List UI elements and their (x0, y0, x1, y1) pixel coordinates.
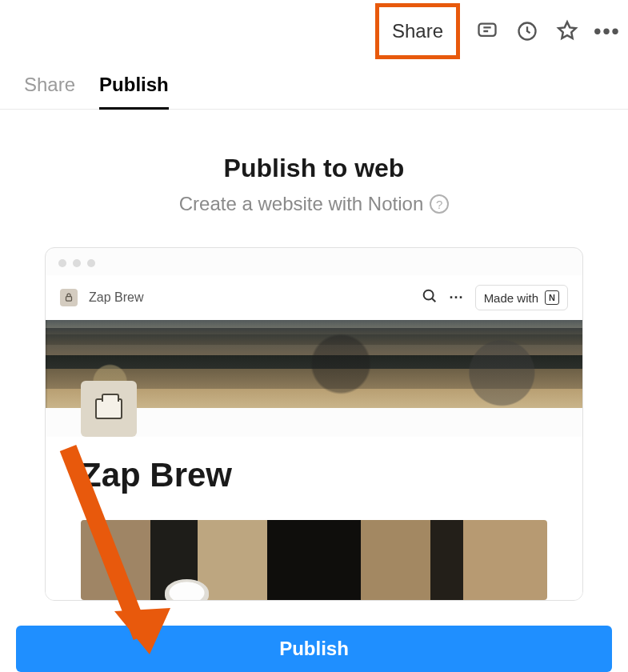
page-hero-image (81, 520, 547, 600)
share-button[interactable]: Share (375, 3, 460, 59)
topbar: Share ••• (0, 0, 628, 62)
preview-page-title: Zap Brew (89, 290, 410, 305)
page-emoji (81, 381, 137, 437)
search-icon[interactable] (421, 287, 438, 308)
publish-subtitle: Create a website with Notion ? (16, 193, 612, 215)
notion-icon: N (545, 290, 559, 305)
publish-button[interactable]: Publish (16, 626, 612, 672)
made-with-label: Made with (484, 291, 538, 305)
window-dot (73, 259, 81, 267)
tab-share[interactable]: Share (24, 62, 75, 110)
publish-title: Publish to web (16, 154, 612, 183)
svg-rect-2 (66, 297, 72, 302)
more-icon[interactable]: ··· (450, 290, 464, 306)
favorite-icon[interactable] (554, 18, 580, 44)
tab-publish[interactable]: Publish (99, 62, 169, 110)
more-icon[interactable]: ••• (594, 18, 620, 44)
svg-point-3 (423, 290, 433, 300)
page-body: Zap Brew (46, 437, 582, 600)
made-with-badge[interactable]: Made with N (475, 285, 568, 310)
window-dot (87, 259, 95, 267)
window-dot (58, 259, 66, 267)
comments-icon[interactable] (474, 18, 500, 44)
window-controls (46, 248, 582, 275)
history-icon[interactable] (514, 18, 540, 44)
svg-rect-0 (479, 24, 496, 36)
subtitle-text: Create a website with Notion (179, 193, 423, 215)
preview-header: Zap Brew ··· Made with N (46, 275, 582, 320)
preview-favicon (60, 289, 78, 306)
page-heading: Zap Brew (81, 456, 547, 494)
content-area: Publish to web Create a website with Not… (0, 110, 628, 601)
website-preview: Zap Brew ··· Made with N Zap Brew (45, 247, 583, 601)
tabs: Share Publish (0, 62, 628, 110)
help-icon[interactable]: ? (430, 194, 449, 214)
